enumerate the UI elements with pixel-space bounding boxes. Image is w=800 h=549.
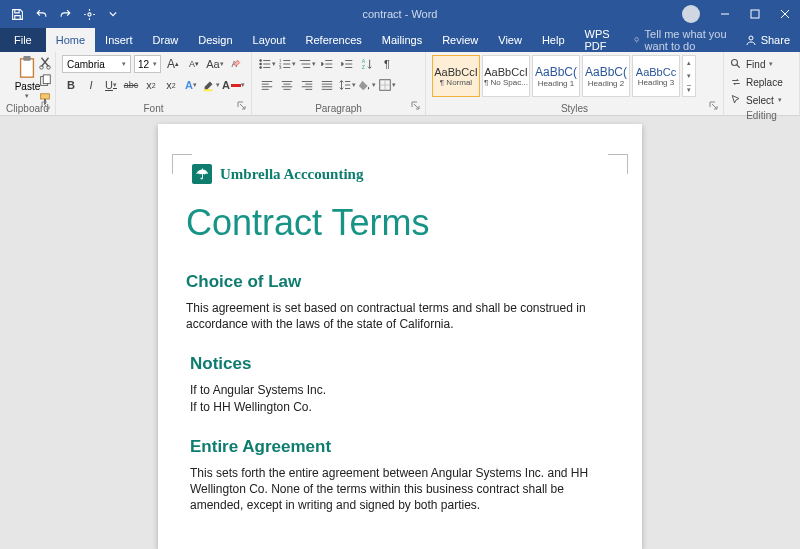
change-case-button[interactable]: Aa▾ (206, 55, 224, 73)
subscript-button[interactable]: x2 (142, 76, 160, 94)
styles-more-button[interactable]: ▴▾▾ (682, 55, 696, 97)
touch-mode-icon[interactable] (78, 3, 100, 25)
section-notices: Notices If to Angular Systems Inc. If to… (186, 354, 614, 414)
show-marks-button[interactable]: ¶ (378, 55, 396, 73)
font-dialog-launcher[interactable] (236, 100, 248, 112)
superscript-button[interactable]: x2 (162, 76, 180, 94)
replace-button[interactable]: Replace (730, 74, 793, 90)
svg-text:3: 3 (279, 65, 282, 70)
highlight-button[interactable]: ▾ (202, 76, 220, 94)
tab-draw[interactable]: Draw (143, 28, 189, 52)
cut-icon[interactable] (38, 56, 52, 70)
paste-button[interactable]: Paste ▾ (15, 55, 41, 100)
paste-label: Paste (15, 81, 41, 92)
tab-review[interactable]: Review (432, 28, 488, 52)
clear-format-button[interactable]: A (227, 55, 245, 73)
group-styles: AaBbCcI¶ Normal AaBbCcI¶ No Spac... AaBb… (426, 52, 724, 115)
tab-references[interactable]: References (296, 28, 372, 52)
underline-button[interactable]: U▾ (102, 76, 120, 94)
font-size-selector[interactable]: 12▾ (134, 55, 161, 73)
umbrella-icon: ☂ (192, 164, 212, 184)
line-spacing-button[interactable]: ▾ (338, 76, 356, 94)
bold-button[interactable]: B (62, 76, 80, 94)
tab-help[interactable]: Help (532, 28, 575, 52)
redo-icon[interactable] (54, 3, 76, 25)
clipboard-dialog-launcher[interactable] (40, 100, 52, 112)
save-icon[interactable] (6, 3, 28, 25)
styles-dialog-launcher[interactable] (708, 100, 720, 112)
shrink-font-button[interactable]: A▾ (185, 55, 203, 73)
document-area[interactable]: ☂ Umbrella Acccounting Contract Terms Ch… (0, 116, 800, 549)
font-name-selector[interactable]: Cambria▾ (62, 55, 131, 73)
qat-customize-icon[interactable] (102, 3, 124, 25)
minimize-button[interactable] (710, 0, 740, 28)
brand-header: ☂ Umbrella Acccounting (192, 164, 614, 184)
decrease-indent-button[interactable] (318, 55, 336, 73)
font-color-button[interactable]: A▾ (222, 76, 245, 94)
style-heading-2[interactable]: AaBbC(Heading 2 (582, 55, 630, 97)
svg-rect-11 (41, 94, 50, 99)
avatar[interactable] (682, 5, 700, 23)
tab-design[interactable]: Design (188, 28, 242, 52)
group-font: Cambria▾ 12▾ A▴ A▾ Aa▾ A B I U▾ abc x2 x… (56, 52, 252, 115)
style-heading-1[interactable]: AaBbC(Heading 1 (532, 55, 580, 97)
tab-home[interactable]: Home (46, 28, 95, 52)
cursor-icon (730, 94, 742, 106)
svg-point-0 (87, 12, 90, 15)
tell-me-placeholder: Tell me what you want to do (645, 28, 727, 52)
share-label: Share (761, 34, 790, 46)
editing-label: Editing (730, 108, 793, 122)
paste-icon (16, 55, 38, 81)
text-effects-button[interactable]: A▾ (182, 76, 200, 94)
highlight-icon (202, 78, 216, 92)
file-tab[interactable]: File (0, 28, 46, 52)
section-choice-of-law: Choice of Law This agreement is set base… (186, 272, 614, 332)
style-heading-3[interactable]: AaBbCcHeading 3 (632, 55, 680, 97)
maximize-button[interactable] (740, 0, 770, 28)
paragraph-dialog-launcher[interactable] (410, 100, 422, 112)
multilevel-list-button[interactable]: ▾ (298, 55, 316, 73)
italic-button[interactable]: I (82, 76, 100, 94)
borders-button[interactable]: ▾ (378, 76, 396, 94)
paint-bucket-icon (358, 78, 372, 92)
paragraph-label: Paragraph (258, 101, 419, 115)
section-body: This sets forth the entire agreement bet… (190, 465, 614, 514)
style-normal[interactable]: AaBbCcI¶ Normal (432, 55, 480, 97)
copy-icon[interactable] (38, 74, 52, 88)
tab-layout[interactable]: Layout (243, 28, 296, 52)
grow-font-button[interactable]: A▴ (164, 55, 182, 73)
svg-point-15 (259, 63, 262, 66)
align-left-button[interactable] (258, 76, 276, 94)
section-heading: Entire Agreement (190, 437, 614, 457)
tab-insert[interactable]: Insert (95, 28, 143, 52)
style-no-spacing[interactable]: AaBbCcI¶ No Spac... (482, 55, 530, 97)
brand-name: Umbrella Acccounting (220, 166, 363, 183)
font-label: Font (62, 101, 245, 115)
strikethrough-button[interactable]: abc (122, 76, 140, 94)
document-page[interactable]: ☂ Umbrella Acccounting Contract Terms Ch… (158, 124, 642, 549)
align-center-button[interactable] (278, 76, 296, 94)
increase-indent-button[interactable] (338, 55, 356, 73)
shading-button[interactable]: ▾ (358, 76, 376, 94)
close-button[interactable] (770, 0, 800, 28)
tab-view[interactable]: View (488, 28, 532, 52)
tell-me-search[interactable]: Tell me what you want to do (625, 28, 734, 52)
find-button[interactable]: Find▾ (730, 56, 793, 72)
numbering-button[interactable]: 123▾ (278, 55, 296, 73)
svg-point-23 (732, 60, 738, 66)
justify-button[interactable] (318, 76, 336, 94)
undo-icon[interactable] (30, 3, 52, 25)
group-paragraph: ▾ 123▾ ▾ AZ ¶ ▾ ▾ ▾ Paragraph (252, 52, 426, 115)
sort-button[interactable]: AZ (358, 55, 376, 73)
svg-text:A: A (362, 58, 366, 64)
align-right-button[interactable] (298, 76, 316, 94)
svg-rect-10 (43, 75, 50, 84)
section-body: If to Angular Systems Inc. If to HH Well… (190, 382, 614, 414)
tab-mailings[interactable]: Mailings (372, 28, 432, 52)
ribbon-tabs: File Home Insert Draw Design Layout Refe… (0, 28, 800, 52)
bullets-button[interactable]: ▾ (258, 55, 276, 73)
tab-wps-pdf[interactable]: WPS PDF (575, 28, 626, 52)
select-button[interactable]: Select▾ (730, 92, 793, 108)
title-bar: contract - Word (0, 0, 800, 28)
share-button[interactable]: Share (735, 28, 800, 52)
